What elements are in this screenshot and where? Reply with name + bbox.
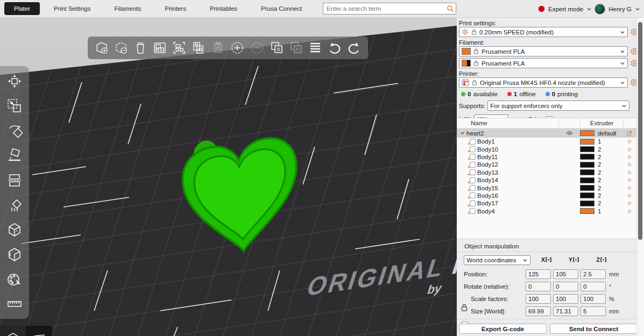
search-icon[interactable] [445, 5, 456, 12]
extruder-value[interactable]: 2 [598, 154, 622, 160]
preview-view-button[interactable] [26, 326, 52, 336]
scale-x-field[interactable] [526, 294, 551, 304]
uniform-scale-lock-icon[interactable] [461, 304, 468, 312]
extruder-value[interactable]: 1 [598, 208, 622, 215]
object-row[interactable]: Body4 1 [457, 208, 636, 215]
settings-ring-icon[interactable] [622, 140, 636, 143]
measure-tool-button[interactable] [3, 293, 26, 314]
position-y-field[interactable] [553, 269, 578, 279]
settings-ring-icon[interactable] [622, 148, 636, 151]
tab-print-settings[interactable]: Print Settings [42, 3, 102, 15]
object-row[interactable]: Body17 2 [457, 199, 636, 207]
arrange-selection-button[interactable] [171, 39, 188, 56]
model-heart[interactable] [167, 135, 328, 261]
export-gcode-button[interactable]: Export G-code [459, 324, 547, 334]
position-x-field[interactable] [526, 269, 551, 279]
extruder-swatch[interactable] [580, 162, 595, 168]
object-row[interactable]: Body14 2 [457, 176, 636, 184]
extruder-value[interactable]: 1 [598, 138, 622, 145]
delete-all-button[interactable] [132, 39, 149, 56]
object-row[interactable]: Body11 2 [457, 153, 636, 161]
extruder-value[interactable]: default [598, 130, 622, 137]
supports-combo[interactable]: For support enforcers only [487, 101, 629, 111]
paste-button[interactable] [209, 39, 227, 56]
rotate-z-field[interactable] [581, 282, 606, 291]
cut-tool-button[interactable] [3, 169, 26, 191]
settings-ring-icon[interactable] [622, 187, 636, 190]
fuzzy-skin-tool-button[interactable] [3, 244, 26, 265]
move-tool-button[interactable] [3, 70, 26, 92]
coordinates-combo[interactable]: World coordinates [464, 255, 530, 265]
size-y-field[interactable] [553, 306, 578, 316]
extruder-swatch[interactable] [580, 177, 595, 183]
extruder-swatch[interactable] [580, 208, 595, 214]
object-row[interactable]: Body12 2 [457, 161, 636, 168]
tab-filaments[interactable]: Filaments [102, 3, 153, 15]
search-input[interactable] [323, 5, 445, 12]
extruder-value[interactable]: 2 [598, 177, 622, 183]
mode-selector[interactable]: Expert mode [538, 0, 592, 18]
seam-painting-tool-button[interactable] [3, 219, 26, 240]
extruder-value[interactable]: 2 [598, 169, 622, 176]
scale-z-field[interactable] [581, 294, 606, 304]
tab-printers[interactable]: Printers [153, 3, 198, 15]
redo-button[interactable] [345, 39, 363, 56]
search-box[interactable] [323, 3, 456, 15]
settings-ring-icon[interactable] [622, 163, 636, 166]
settings-ring-icon[interactable] [622, 155, 636, 159]
position-z-field[interactable] [581, 269, 606, 279]
tab-plater[interactable]: Plater [4, 2, 40, 15]
tab-prusa-connect[interactable]: Prusa Connect [249, 3, 314, 15]
panel-scrollbar-track[interactable] [636, 18, 644, 336]
split-to-parts-button[interactable]: P [287, 39, 305, 56]
extruder-value[interactable]: 2 [598, 192, 622, 199]
undo-button[interactable] [326, 39, 343, 56]
object-row[interactable]: Body10 2 [457, 145, 636, 153]
split-to-objects-button[interactable]: 0 [268, 39, 285, 56]
settings-ring-icon[interactable] [622, 210, 636, 213]
3d-editor-view-button[interactable] [0, 326, 26, 336]
extruder-value[interactable]: 2 [598, 200, 622, 206]
size-x-field[interactable] [526, 306, 551, 316]
visibility-eye-icon[interactable] [558, 131, 580, 135]
tab-printables[interactable]: Printables [198, 3, 249, 15]
paint-on-supports-tool-button[interactable] [3, 194, 26, 216]
extruder-value[interactable]: 2 [598, 146, 622, 153]
extruder-swatch[interactable] [580, 154, 595, 160]
column-extruder[interactable]: Extruder [581, 120, 624, 127]
extruder-swatch[interactable] [580, 201, 595, 206]
settings-ring-icon[interactable] [622, 171, 636, 174]
object-row[interactable]: Body13 2 [457, 169, 636, 176]
column-name[interactable]: Name [457, 120, 559, 127]
scale-tool-button[interactable] [3, 95, 26, 117]
panel-scrollbar-thumb[interactable] [638, 22, 642, 240]
rotate-tool-button[interactable] [3, 120, 26, 141]
extruder-value[interactable]: 2 [598, 161, 622, 168]
settings-ring-icon[interactable] [622, 178, 636, 182]
object-row[interactable]: Body1 1 [457, 138, 636, 145]
print-settings-combo[interactable]: 0.20mm SPEED (modified) [459, 27, 628, 37]
settings-ring-icon[interactable] [622, 202, 636, 205]
extruder-value[interactable]: 2 [598, 185, 622, 191]
extruder-swatch[interactable] [580, 185, 595, 191]
extruder-swatch[interactable] [580, 169, 595, 175]
rotate-x-field[interactable] [526, 282, 551, 291]
delete-object-button[interactable] [112, 39, 130, 56]
scale-y-field[interactable] [553, 294, 578, 304]
extruder-swatch[interactable] [580, 146, 595, 152]
copy-button[interactable] [190, 39, 207, 56]
variable-layer-height-button[interactable] [307, 39, 324, 56]
settings-ring-icon[interactable] [622, 194, 636, 197]
filament-2-combo[interactable]: Prusament PLA [459, 58, 628, 68]
filament-1-combo[interactable]: Prusament PLA [459, 46, 628, 56]
send-to-connect-button[interactable]: Send to Connect [550, 324, 638, 334]
arrange-button[interactable] [151, 39, 168, 56]
object-row-heart2[interactable]: heart2 default [457, 128, 636, 138]
printer-combo[interactable]: Original Prusa MK4S HF0.4 nozzle (modifi… [459, 77, 628, 88]
extruder-swatch[interactable] [580, 130, 595, 136]
add-instance-button[interactable] [229, 39, 246, 56]
object-row[interactable]: Body16 2 [457, 192, 636, 199]
rotate-y-field[interactable] [553, 282, 578, 291]
expand-chevron-icon[interactable] [460, 131, 465, 135]
place-on-face-tool-button[interactable] [3, 145, 26, 166]
